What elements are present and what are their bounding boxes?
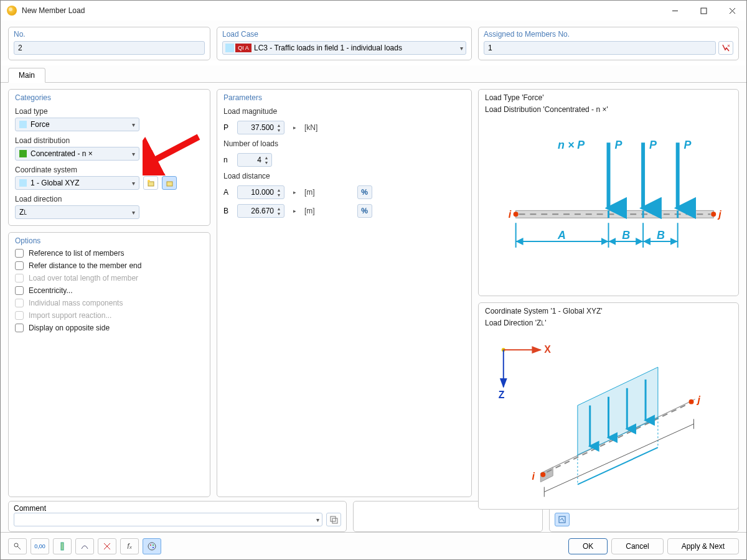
option-5: Import support reaction...	[15, 311, 204, 320]
preview1-line1: Load Type 'Force'	[485, 93, 732, 103]
left-column: Categories Load type Force ▾ Load distri…	[8, 89, 210, 497]
comment-input[interactable]: ▾	[14, 513, 322, 526]
svg-rect-59	[331, 516, 336, 521]
spin-up-icon[interactable]: ▲	[263, 155, 270, 160]
svg-text:i: i	[509, 209, 512, 220]
spin-down-icon[interactable]: ▼	[275, 128, 283, 133]
dist-input-b[interactable]: 26.670▲▼	[237, 204, 284, 218]
checkbox-icon	[15, 324, 24, 332]
spin-down-icon[interactable]: ▼	[275, 211, 283, 216]
dist-input-a[interactable]: 10.000▲▼	[237, 185, 284, 199]
comment-copy-button[interactable]	[326, 513, 341, 526]
dist-symbol: B	[223, 207, 232, 215]
tool-view-button[interactable]	[75, 538, 94, 554]
coord-dropdown[interactable]: 1 - Global XYZ ▾	[15, 176, 139, 190]
no-input[interactable]	[14, 41, 205, 55]
minimize-button[interactable]	[660, 1, 689, 21]
pick-members-button[interactable]	[718, 41, 733, 55]
maximize-button[interactable]	[689, 1, 718, 21]
loadtype-dropdown[interactable]: Force ▾	[15, 118, 139, 131]
spin-up-icon[interactable]: ▲	[275, 206, 283, 211]
option-1[interactable]: Refer distance to the member end	[15, 261, 204, 270]
loadcase-dropdown[interactable]: QI A LC3 - Traffic loads in field 1 - in…	[222, 41, 466, 55]
spin-up-icon[interactable]: ▲	[275, 123, 283, 128]
footer: 0,00 fx OK Cancel Apply & Next	[1, 532, 746, 559]
dist-label: Load distance	[223, 172, 465, 180]
option-label: Individual mass components	[29, 299, 123, 307]
svg-rect-64	[61, 543, 63, 550]
tabbar: Main	[1, 65, 746, 83]
option-0[interactable]: Reference to list of members	[15, 249, 204, 258]
dir-dropdown[interactable]: Z꜖ ▾	[15, 205, 139, 219]
dialog-window: New Member Load No. Load Case QI A LC3 -…	[0, 0, 747, 560]
chevron-down-icon: ▾	[132, 151, 135, 157]
assigned-input[interactable]	[484, 41, 716, 55]
checkbox-icon	[15, 299, 24, 307]
tool-key-button[interactable]	[8, 538, 27, 554]
cancel-button[interactable]: Cancel	[611, 538, 663, 554]
checkbox-icon	[15, 249, 24, 258]
preview-toggle-button[interactable]	[555, 513, 570, 526]
tool-member-button[interactable]	[53, 538, 72, 554]
option-label: Display on opposite side	[29, 324, 110, 332]
chevron-down-icon: ▾	[132, 121, 135, 128]
percent-button-b[interactable]: %	[357, 204, 372, 218]
chevron-down-icon: ▾	[132, 180, 135, 187]
no-label: No.	[14, 30, 205, 39]
option-label: Eccentricity...	[29, 286, 72, 295]
num-label: Number of loads	[223, 139, 465, 148]
svg-text:X: X	[544, 344, 551, 355]
tool-delete-button[interactable]	[98, 538, 116, 554]
spin-down-icon[interactable]: ▼	[263, 160, 270, 165]
dist-unit: [m]	[304, 207, 315, 215]
svg-text:P: P	[614, 139, 622, 151]
svg-point-70	[153, 547, 154, 548]
svg-point-7	[148, 180, 150, 182]
loadcase-swatch-icon	[225, 44, 234, 52]
right-column: Load Type 'Force' Load Distribution 'Con…	[478, 89, 739, 497]
svg-point-68	[150, 544, 151, 546]
new-coord-button[interactable]	[143, 176, 158, 190]
step-button[interactable]: ▸	[289, 204, 299, 218]
tab-main[interactable]: Main	[8, 68, 45, 83]
step-button[interactable]: ▸	[289, 121, 299, 134]
loaddist-swatch-icon	[19, 150, 27, 157]
loadtype-swatch-icon	[19, 121, 27, 128]
svg-rect-60	[332, 518, 337, 523]
close-button[interactable]	[718, 1, 746, 21]
parameters-panel: Parameters Load magnitude P 37.500▲▼ ▸ […	[217, 89, 472, 497]
svg-text:j: j	[717, 209, 721, 220]
step-button[interactable]: ▸	[289, 185, 299, 199]
svg-point-69	[153, 544, 154, 546]
num-input[interactable]: 4▲▼	[237, 153, 272, 167]
option-6[interactable]: Display on opposite side	[15, 324, 204, 332]
preview-top: Load Type 'Force' Load Distribution 'Con…	[478, 89, 739, 296]
preview2-line2: Load Direction 'Z꜖'	[485, 319, 732, 328]
option-3[interactable]: Eccentricity...	[15, 286, 204, 295]
svg-point-44	[540, 472, 545, 477]
svg-text:A: A	[557, 229, 566, 241]
mag-input[interactable]: 37.500▲▼	[237, 121, 284, 134]
option-2: Load over total length of member	[15, 274, 204, 282]
apply-next-button[interactable]: Apply & Next	[667, 538, 739, 554]
tool-units-button[interactable]: 0,00	[31, 538, 49, 554]
body: Categories Load type Force ▾ Load distri…	[1, 83, 746, 497]
load-diagram: i j n × P P P P	[485, 117, 732, 292]
svg-line-58	[578, 447, 658, 485]
tool-fx-button[interactable]: fx	[120, 538, 139, 554]
edit-coord-button[interactable]	[162, 176, 177, 190]
svg-text:P: P	[684, 139, 692, 151]
spin-up-icon[interactable]: ▲	[275, 187, 283, 192]
loadcase-value: LC3 - Traffic loads in field 1 - individ…	[254, 44, 402, 52]
option-label: Import support reaction...	[29, 311, 111, 320]
loaddist-dropdown[interactable]: Concentrated - n × ▾	[15, 147, 139, 161]
no-box: No.	[8, 27, 210, 60]
num-symbol: n	[223, 156, 232, 164]
percent-button-a[interactable]: %	[357, 185, 372, 199]
tool-palette-button[interactable]	[143, 538, 161, 554]
parameters-title: Parameters	[223, 93, 465, 102]
spin-down-icon[interactable]: ▼	[275, 192, 283, 197]
dir-label: Load direction	[15, 195, 204, 203]
ok-button[interactable]: OK	[568, 538, 608, 554]
window-title: New Member Load	[22, 6, 660, 15]
